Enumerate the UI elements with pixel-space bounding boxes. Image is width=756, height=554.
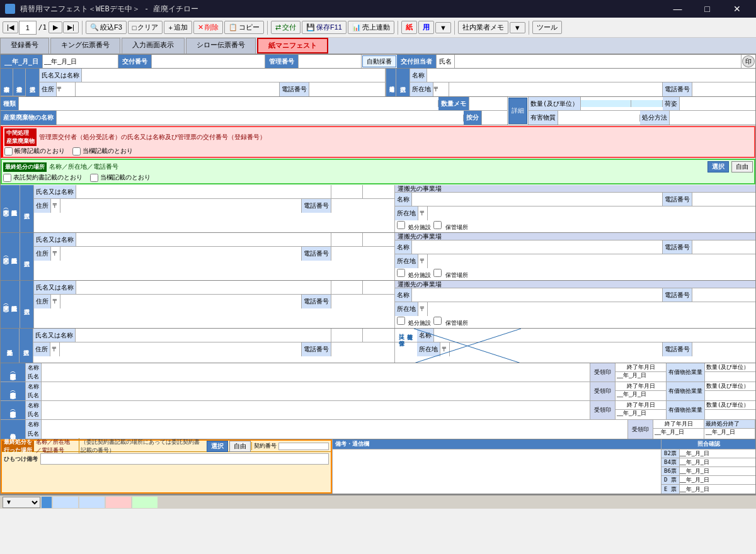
status-item-1[interactable] [42, 497, 52, 508]
copy-button[interactable]: 📋 コピー [224, 21, 264, 34]
disposal-select[interactable]: 選択 [20, 329, 33, 363]
detail-button[interactable]: 詳細 [508, 98, 527, 124]
close-button[interactable]: ✕ [723, 0, 751, 18]
e-input[interactable] [680, 485, 755, 494]
t2-facility-label[interactable]: 処分施設 [397, 269, 431, 280]
t3-storage-label[interactable]: 保管場所 [433, 317, 467, 327]
management-number-input[interactable] [299, 55, 362, 68]
t2-dest-phone-input[interactable] [692, 240, 755, 254]
site-zip-input[interactable] [433, 82, 449, 96]
zip-input[interactable] [57, 82, 76, 96]
tab-registration[interactable]: 登録番号 [0, 38, 49, 54]
nav-next[interactable]: ▶ [49, 21, 62, 33]
disposal-extra2[interactable] [363, 329, 394, 342]
disposal-extra1[interactable] [331, 329, 363, 342]
disposal-phone-input[interactable] [331, 342, 394, 356]
transport3-select[interactable]: 選択 [20, 281, 34, 328]
t1-dest-name-input[interactable] [412, 193, 663, 206]
t1-storage-check[interactable] [433, 221, 442, 229]
himo-input[interactable] [40, 453, 329, 465]
nav-first[interactable]: |◀ [3, 21, 18, 33]
checkbox2-label[interactable]: 当欄記載のとおり [72, 147, 133, 155]
final-checkbox1-label[interactable]: 表託契約書記載のとおり [3, 173, 83, 182]
dm-completion-input[interactable] [653, 429, 704, 435]
t2-storage-check[interactable] [433, 269, 442, 277]
window-controls[interactable]: — □ ✕ [663, 0, 751, 18]
checkbox-this-column[interactable] [72, 147, 81, 155]
tab-paper[interactable]: 紙マニフェスト [257, 38, 328, 54]
t1-facility-check[interactable] [397, 221, 405, 229]
issue-number-input[interactable] [152, 55, 265, 68]
final-checkbox2-label[interactable]: 当欄記載のとおり [90, 173, 151, 182]
stamp-button[interactable]: 印 [742, 55, 755, 67]
t2-phone-input[interactable] [331, 247, 394, 261]
b2-input[interactable] [680, 449, 755, 458]
shape-input[interactable] [680, 100, 755, 107]
final-location-select-button[interactable]: 選択 [707, 161, 729, 172]
address-input[interactable] [76, 82, 280, 96]
quantity-input[interactable] [581, 100, 631, 107]
final-checkbox-contract[interactable] [3, 174, 11, 182]
page-input[interactable] [19, 21, 37, 35]
unit-input[interactable] [631, 100, 663, 107]
t3-facility-label[interactable]: 処分施設 [397, 317, 431, 327]
checkbox1-label[interactable]: 帳簿記載のとおり [4, 147, 65, 155]
t1-facility-label[interactable]: 処分施設 [397, 221, 431, 232]
site-phone-input[interactable] [692, 82, 755, 96]
delete-button[interactable]: ✕ 削除 [193, 21, 223, 34]
site-address-input[interactable] [449, 82, 663, 96]
quantity-memo-input[interactable] [469, 100, 507, 107]
issue-date-input[interactable] [43, 55, 118, 68]
you-button[interactable]: 用 [418, 21, 434, 34]
hazardous-input[interactable] [558, 115, 640, 122]
tm1-fname-input[interactable] [42, 373, 590, 382]
t2-name-extra1[interactable] [331, 233, 363, 246]
tm2-name-input[interactable] [42, 382, 590, 392]
sales-link-button[interactable]: 📊 売上連動 [348, 21, 394, 34]
tools-button[interactable]: ツール [532, 21, 562, 34]
tm2-fname-input[interactable] [42, 392, 590, 401]
transport2-select[interactable]: 選択 [20, 233, 34, 280]
save-button[interactable]: 💾 保存F11 [302, 21, 346, 34]
tab-input[interactable]: 入力画面表示 [122, 38, 185, 54]
transport1-select[interactable]: 選択 [20, 185, 34, 232]
treatment-input[interactable] [670, 115, 745, 122]
t2-facility-check[interactable] [397, 269, 405, 277]
t2-name-extra2[interactable] [363, 233, 394, 246]
t2-dest-addr-input[interactable] [428, 254, 755, 268]
nav-controls[interactable]: |◀ /1 ▶ ▶| [3, 21, 79, 35]
t2-dest-name-input[interactable] [412, 240, 663, 254]
checkbox-ledger[interactable] [4, 147, 13, 155]
tm3-qty-input[interactable] [705, 410, 755, 416]
t2-storage-label[interactable]: 保管場所 [433, 269, 467, 280]
search-button[interactable]: 🔍 絞込F3 [86, 21, 127, 34]
site-select-button[interactable]: 選択 [396, 69, 410, 96]
memo-button[interactable]: 社内業者メモ [458, 21, 508, 34]
t3-addr-input[interactable] [60, 295, 302, 308]
tm2-completion-input[interactable] [616, 391, 666, 397]
contract-number-input[interactable] [278, 443, 329, 450]
remarks-textarea[interactable] [333, 449, 662, 494]
tm1-name-input[interactable] [42, 363, 590, 373]
disposal-addr-input[interactable] [60, 342, 302, 356]
t3-name-extra2[interactable] [363, 281, 394, 294]
dm-name-input[interactable] [42, 420, 627, 429]
tm3-completion-input[interactable] [616, 410, 666, 416]
clear-button[interactable]: □ クリア [128, 21, 163, 34]
maximize-button[interactable]: □ [693, 0, 721, 18]
final-location-free-button[interactable]: 自由 [731, 161, 753, 172]
deliver-button[interactable]: ⇄ 交付 [271, 21, 301, 34]
company-name-input[interactable] [82, 69, 385, 82]
t1-phone-input[interactable] [331, 199, 394, 213]
tm3-fname-input[interactable] [42, 410, 590, 420]
t3-dest-name-input[interactable] [412, 288, 663, 302]
t1-name-extra1[interactable] [331, 185, 363, 198]
t1-dest-addr-input[interactable] [428, 206, 755, 220]
phone-input[interactable] [309, 82, 385, 96]
t3-dest-phone-input[interactable] [692, 288, 755, 302]
tm2-qty-input[interactable] [705, 391, 755, 397]
tab-king[interactable]: キング伝票番号 [50, 38, 120, 54]
paper-dropdown[interactable]: ▼ [435, 22, 451, 33]
minimize-button[interactable]: — [663, 0, 692, 18]
t3-name-extra1[interactable] [331, 281, 363, 294]
